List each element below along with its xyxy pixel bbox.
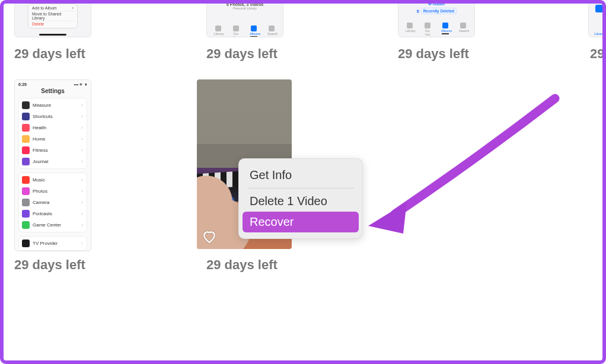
settings-row: Music [19,174,87,186]
grid-item-4[interactable]: Library [588,1,606,37]
thumb-library-edge: Library [588,1,606,37]
grid-item-3-caption: 29 days left [398,46,469,62]
photo-grid: Add to Album› Move to Shared Library Del… [4,4,602,360]
thumb-menu-delete: Delete [32,22,44,26]
hidden-label: Hidden [433,2,445,6]
settings-row: TV Provider [19,238,87,249]
thumb-menu-add-to-album: Add to Album [32,6,57,10]
favorite-heart-icon[interactable] [202,229,217,244]
settings-title: Settings [18,88,87,94]
settings-row: Journal [19,156,87,167]
context-menu: Get Info Delete 1 Video Recover [238,158,363,239]
context-menu-get-info[interactable]: Get Info [243,165,359,186]
grid-item-3[interactable]: 👁 Hidden 🗑 Recently Deleted Library For … [398,1,475,37]
grid-item-1[interactable]: Add to Album› Move to Shared Library Del… [14,1,91,37]
library-icon [595,5,603,12]
grid-item-4-caption: 29 [590,46,604,62]
annotation-arrow [359,87,561,241]
svg-marker-0 [368,202,407,234]
settings-row: Health [19,122,87,133]
tabbar: Library For You Albums Search [209,25,280,37]
settings-row: Camera [19,197,87,208]
thumb-menu-move-shared: Move to Shared Library [32,12,74,20]
settings-row: Home [19,133,87,145]
grid-item-2[interactable]: 6 Photos, 3 Videos Personal Library Libr… [206,1,283,37]
thumb2-title: 6 Photos, 3 Videos [209,2,280,7]
recently-deleted-label: Recently Deleted [421,8,457,14]
thumb-recently-deleted-view: 👁 Hidden 🗑 Recently Deleted Library For … [398,1,475,37]
thumb-settings-screenshot: 6:29••• ᯤ ▮ Settings MeasureShortcutsHea… [14,79,91,251]
context-menu-recover[interactable]: Recover [243,212,359,232]
tabbar: Library For You Albums Search [401,23,472,36]
grid-item-1-caption: 29 days left [14,46,85,62]
settings-row: Fitness [19,145,87,156]
settings-row: Shortcuts [19,111,87,122]
thumb-context-menu-preview: Add to Album› Move to Shared Library Del… [14,1,91,37]
thumb-albums-view: 6 Photos, 3 Videos Personal Library Libr… [206,1,283,37]
settings-row: Game Center [19,219,87,231]
grid-item-5-caption: 29 days left [14,257,85,273]
grid-item-2-caption: 29 days left [206,46,278,62]
grid-item-5[interactable]: 6:29••• ᯤ ▮ Settings MeasureShortcutsHea… [14,79,91,251]
settings-row: Podcasts [19,208,87,219]
context-menu-delete[interactable]: Delete 1 Video [243,191,359,212]
app-frame: Add to Album› Move to Shared Library Del… [0,0,606,364]
grid-item-6-caption: 29 days left [206,257,278,273]
menu-divider [247,188,354,189]
settings-row: Measure [19,100,87,111]
settings-row: Photos [19,186,87,197]
